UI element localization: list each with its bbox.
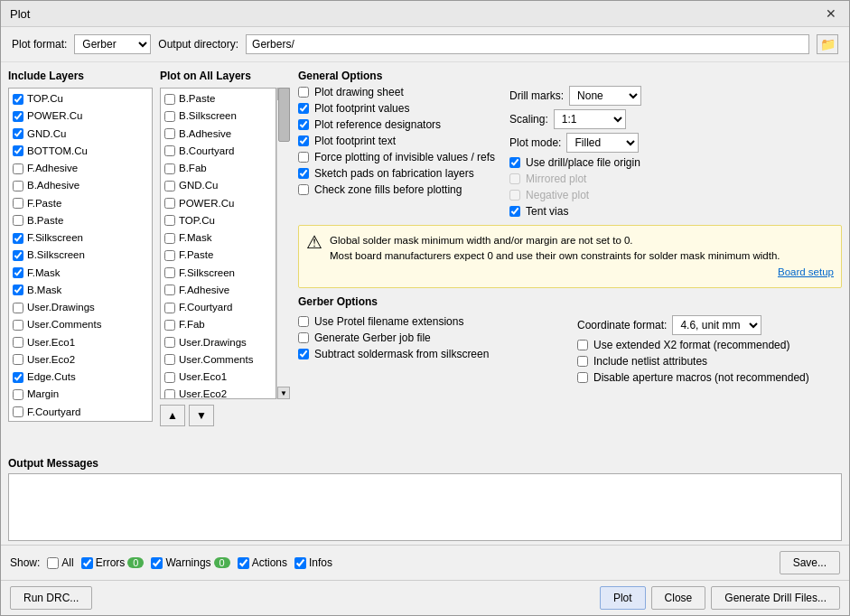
- disable-aperture-checkbox[interactable]: [577, 372, 588, 383]
- layer-checkbox[interactable]: [164, 285, 175, 295]
- layer-checkbox[interactable]: [164, 198, 175, 209]
- tent-vias-checkbox[interactable]: [509, 206, 520, 217]
- layer-checkbox[interactable]: [164, 215, 175, 226]
- layer-checkbox[interactable]: [13, 250, 23, 261]
- list-item: User.Comments: [11, 316, 150, 333]
- list-item: B.Adhesive: [11, 177, 150, 194]
- scroll-down-arrow[interactable]: ▼: [277, 387, 290, 399]
- layer-checkbox[interactable]: [164, 163, 175, 174]
- layer-checkbox[interactable]: [164, 303, 175, 313]
- layer-checkbox[interactable]: [13, 406, 23, 417]
- check-zone-fills-label: Check zone fills before plotting: [314, 183, 462, 196]
- layer-checkbox[interactable]: [164, 250, 175, 261]
- layer-checkbox[interactable]: [13, 389, 23, 400]
- move-down-button[interactable]: ▼: [189, 405, 214, 426]
- layer-checkbox[interactable]: [13, 145, 23, 156]
- sketch-pads-checkbox[interactable]: [298, 168, 309, 179]
- negative-plot-checkbox[interactable]: [509, 190, 520, 201]
- show-errors-checkbox[interactable]: [81, 557, 93, 569]
- messages-area: [8, 473, 842, 541]
- format-select[interactable]: Gerber PostScript SVG DXF: [74, 34, 151, 54]
- scrollbar-thumb[interactable]: [278, 88, 290, 142]
- layer-checkbox[interactable]: [13, 128, 23, 139]
- layer-checkbox[interactable]: [164, 94, 175, 105]
- plot-mode-select[interactable]: FilledSketch: [566, 133, 639, 153]
- layer-checkbox[interactable]: [13, 354, 23, 365]
- layer-label: B.Fab: [179, 161, 207, 176]
- plot-reference-designators-checkbox[interactable]: [298, 119, 309, 130]
- plot-footprint-values-checkbox[interactable]: [298, 103, 309, 114]
- layer-checkbox[interactable]: [164, 337, 175, 348]
- layer-checkbox[interactable]: [13, 285, 23, 295]
- board-setup-link[interactable]: Board setup: [778, 265, 834, 280]
- layer-checkbox[interactable]: [13, 337, 23, 348]
- run-drc-button[interactable]: Run DRC...: [10, 586, 92, 610]
- scaling-select[interactable]: 1:11:22:1: [554, 109, 626, 129]
- subtract-soldermask-checkbox[interactable]: [298, 349, 309, 359]
- layer-label: User.Eco2: [27, 352, 75, 368]
- use-extended-x2-checkbox[interactable]: [577, 340, 588, 350]
- use-protel-checkbox[interactable]: [298, 316, 309, 327]
- layer-checkbox[interactable]: [13, 215, 23, 226]
- show-all-checkbox[interactable]: [47, 557, 59, 569]
- generate-gerber-job-checkbox[interactable]: [298, 332, 309, 343]
- layer-checkbox[interactable]: [164, 145, 175, 156]
- all-layers-list[interactable]: B.PasteB.SilkscreenB.AdhesiveB.Courtyard…: [160, 88, 276, 399]
- layer-checkbox[interactable]: [164, 233, 175, 244]
- layer-checkbox[interactable]: [164, 320, 175, 331]
- coordinate-format-select[interactable]: 4.6, unit mm4.5, unit mm4.6, unit inch: [672, 315, 761, 335]
- layer-checkbox[interactable]: [13, 198, 23, 209]
- list-item: B.Courtyard: [163, 143, 274, 160]
- layer-checkbox[interactable]: [13, 267, 23, 278]
- layer-checkbox[interactable]: [13, 181, 23, 191]
- use-drill-place-row: Use drill/place file origin: [509, 156, 641, 169]
- layer-checkbox[interactable]: [164, 354, 175, 365]
- layer-checkbox[interactable]: [164, 128, 175, 139]
- layer-label: F.Mask: [27, 266, 60, 281]
- save-button[interactable]: Save...: [780, 551, 840, 574]
- layer-checkbox[interactable]: [13, 320, 23, 331]
- layer-checkbox[interactable]: [164, 389, 175, 399]
- list-item: B.Silkscreen: [11, 247, 150, 264]
- list-item: User.Comments: [163, 351, 274, 369]
- layer-checkbox[interactable]: [13, 111, 23, 122]
- all-layers-title: Plot on All Layers: [160, 70, 291, 82]
- main-content: Include Layers TOP.CuPOWER.CuGND.CuBOTTO…: [1, 62, 849, 457]
- folder-icon[interactable]: 📁: [817, 34, 838, 54]
- include-layers-list[interactable]: TOP.CuPOWER.CuGND.CuBOTTOM.CuF.AdhesiveB…: [8, 88, 153, 422]
- layer-checkbox[interactable]: [13, 233, 23, 244]
- layer-checkbox[interactable]: [164, 111, 175, 122]
- show-infos-checkbox[interactable]: [294, 557, 306, 569]
- include-netlist-checkbox[interactable]: [577, 356, 588, 367]
- show-warnings-checkbox[interactable]: [151, 557, 163, 569]
- generate-drill-button[interactable]: Generate Drill Files...: [711, 586, 840, 610]
- drill-marks-select[interactable]: NoneSmallFull: [569, 86, 641, 106]
- layer-checkbox[interactable]: [164, 372, 175, 383]
- close-button[interactable]: Close: [651, 586, 706, 610]
- output-dir-input[interactable]: [246, 34, 809, 54]
- show-warnings-label: Warnings: [165, 556, 210, 569]
- list-item: B.Paste: [163, 90, 274, 107]
- include-netlist-row: Include netlist attributes: [577, 355, 842, 368]
- layer-checkbox[interactable]: [164, 181, 175, 191]
- plot-drawing-sheet-checkbox[interactable]: [298, 87, 309, 98]
- plot-button[interactable]: Plot: [600, 586, 646, 610]
- close-icon[interactable]: ✕: [822, 6, 840, 21]
- layer-checkbox[interactable]: [13, 303, 23, 313]
- layer-checkbox[interactable]: [13, 372, 23, 383]
- use-drill-place-checkbox[interactable]: [509, 157, 520, 168]
- list-item: F.Courtyard: [11, 404, 150, 421]
- plot-footprint-text-checkbox[interactable]: [298, 135, 309, 146]
- output-messages-title: Output Messages: [8, 457, 842, 470]
- show-actions-checkbox[interactable]: [238, 557, 249, 569]
- warnings-badge: 0: [214, 557, 230, 568]
- check-zone-fills-checkbox[interactable]: [298, 184, 309, 195]
- plot-drawing-sheet-row: Plot drawing sheet: [298, 86, 495, 98]
- force-invisible-checkbox[interactable]: [298, 152, 309, 163]
- layer-checkbox[interactable]: [13, 94, 23, 105]
- move-up-button[interactable]: ▲: [160, 405, 185, 426]
- scrollbar[interactable]: ▲ ▼: [276, 88, 291, 399]
- mirrored-plot-checkbox[interactable]: [509, 173, 520, 184]
- layer-checkbox[interactable]: [164, 267, 175, 278]
- layer-checkbox[interactable]: [13, 163, 23, 174]
